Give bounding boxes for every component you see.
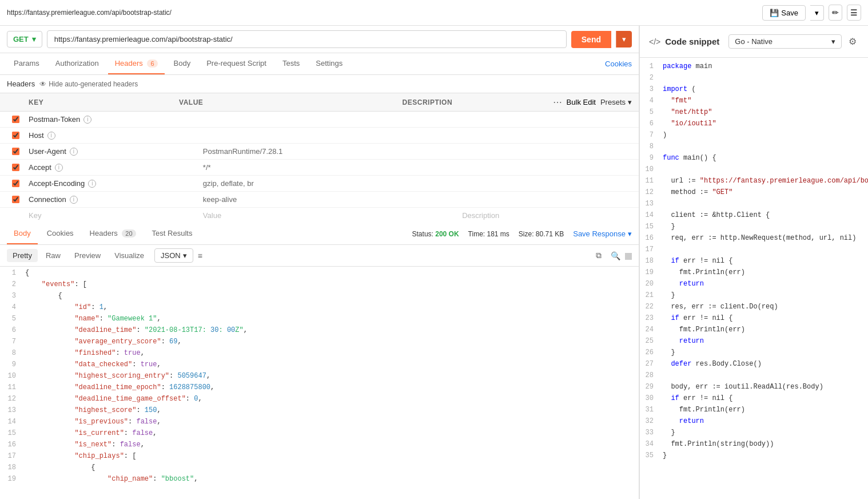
line-number: 12 xyxy=(0,395,23,406)
snippet-line-content: body, err := ioutil.ReadAll(res.Body) xyxy=(660,383,868,394)
row-key-3: Accept i xyxy=(29,163,198,172)
snippet-line-content: func main() { xyxy=(660,154,868,165)
line-content: "name": "Gameweek 1", xyxy=(23,315,639,326)
snippet-header: </> Code snippet Go - Native ▾ ⚙ xyxy=(640,26,868,58)
resp-tab-body[interactable]: Body xyxy=(7,223,38,244)
snippet-line-content xyxy=(660,165,868,177)
eye-icon: 👁 xyxy=(39,80,46,88)
method-select[interactable]: GET ▾ xyxy=(7,31,42,47)
snippet-line-content: "fmt" xyxy=(660,97,868,108)
line-number: 4 xyxy=(0,303,23,315)
snippet-line-content: res, err := client.Do(req) xyxy=(660,303,868,314)
tab-settings[interactable]: Settings xyxy=(309,53,349,74)
tab-params[interactable]: Params xyxy=(7,53,46,74)
settings-gear-button[interactable]: ⚙ xyxy=(846,34,859,49)
info-icon[interactable]: i xyxy=(47,132,55,140)
empty-key-cell[interactable]: Key xyxy=(29,211,198,220)
snippet-line-content: fmt.Println(err) xyxy=(660,326,868,337)
hide-headers-toggle[interactable]: 👁 Hide auto-generated headers xyxy=(39,80,138,88)
snippet-line-number: 12 xyxy=(640,188,660,200)
row-checkbox-0[interactable] xyxy=(7,116,24,123)
response-area: Body Cookies Headers 20 Test Results Sta… xyxy=(0,223,639,499)
tab-body[interactable]: Body xyxy=(167,53,198,74)
json-line: 12 "deadline_time_game_offset": 0, xyxy=(0,395,639,406)
left-panel: GET ▾ Send ▾ Params Authorization Header… xyxy=(0,26,639,499)
snippet-line-content xyxy=(660,371,868,383)
snippet-line: 6 "io/ioutil" xyxy=(640,120,868,131)
line-content: "chip_plays": [ xyxy=(23,452,639,464)
view-tab-preview[interactable]: Preview xyxy=(69,249,106,262)
line-number: 11 xyxy=(0,383,23,395)
url-input[interactable] xyxy=(47,30,567,48)
filter-icon[interactable]: ≡ xyxy=(198,251,202,260)
snippet-line-number: 31 xyxy=(640,406,660,417)
row-checkbox-1[interactable] xyxy=(7,132,24,139)
snippet-line-number: 35 xyxy=(640,452,660,463)
json-line: 11 "deadline_time_epoch": 1628875800, xyxy=(0,383,639,395)
save-button[interactable]: 💾 Save xyxy=(762,5,806,21)
info-icon[interactable]: i xyxy=(83,116,91,124)
row-checkbox-4[interactable] xyxy=(7,180,24,187)
json-line: 15 "is_current": false, xyxy=(0,429,639,441)
line-number: 19 xyxy=(0,475,23,486)
resp-tab-test-results[interactable]: Test Results xyxy=(145,223,200,244)
send-button[interactable]: Send xyxy=(571,31,611,48)
save-dropdown-button[interactable]: ▾ xyxy=(810,5,824,21)
save-response-button[interactable]: Save Response ▾ xyxy=(573,229,632,238)
row-value-5: keep-alive xyxy=(203,195,457,204)
snippet-line: 13 xyxy=(640,200,868,211)
pencil-button[interactable]: ✏ xyxy=(829,5,842,21)
tab-authorization[interactable]: Authorization xyxy=(49,53,106,74)
snippet-line-content: "io/ioutil" xyxy=(660,120,868,131)
resp-tab-headers[interactable]: Headers 20 xyxy=(83,223,143,244)
line-content: "data_checked": true, xyxy=(23,361,639,372)
snippet-line: 14 client := &http.Client { xyxy=(640,211,868,223)
json-line: 3 { xyxy=(0,292,639,303)
snippet-line-number: 4 xyxy=(640,97,660,108)
row-checkbox-5[interactable] xyxy=(7,196,24,203)
send-dropdown-button[interactable]: ▾ xyxy=(616,31,632,47)
snippet-line-number: 32 xyxy=(640,417,660,429)
comment-button[interactable]: ☰ xyxy=(847,5,861,21)
tab-headers[interactable]: Headers 6 xyxy=(108,53,165,74)
view-tab-raw[interactable]: Raw xyxy=(40,249,66,262)
empty-value-cell[interactable]: Value xyxy=(203,211,457,220)
tab-tests[interactable]: Tests xyxy=(276,53,306,74)
info-icon[interactable]: i xyxy=(70,196,78,204)
dots-icon[interactable]: ⋯ xyxy=(553,97,562,108)
snippet-line: 16 req, err := http.NewRequest(method, u… xyxy=(640,234,868,245)
bulk-edit-button[interactable]: Bulk Edit xyxy=(567,98,596,106)
empty-desc-cell[interactable]: Description xyxy=(462,211,632,220)
cookies-link[interactable]: Cookies xyxy=(605,60,632,68)
row-checkbox-2[interactable] xyxy=(7,148,24,155)
json-line: 7 "average_entry_score": 69, xyxy=(0,338,639,349)
snippet-line-content: } xyxy=(660,429,868,440)
resp-tab-cookies[interactable]: Cookies xyxy=(40,223,81,244)
info-icon[interactable]: i xyxy=(88,180,96,188)
format-select[interactable]: JSON ▾ xyxy=(154,248,193,263)
info-icon[interactable]: i xyxy=(70,148,78,156)
json-line: 16 "is_next": false, xyxy=(0,441,639,452)
language-select[interactable]: Go - Native ▾ xyxy=(728,34,842,49)
snippet-line-number: 22 xyxy=(640,303,660,314)
line-number: 2 xyxy=(0,280,23,292)
line-content: "highest_scoring_entry": 5059647, xyxy=(23,372,639,383)
presets-dropdown[interactable]: Presets ▾ xyxy=(600,98,632,106)
row-checkbox-3[interactable] xyxy=(7,164,24,171)
right-panel: </> Code snippet Go - Native ▾ ⚙ 1packag… xyxy=(639,26,868,499)
info-icon[interactable]: i xyxy=(55,164,63,172)
tab-prerequest[interactable]: Pre-request Script xyxy=(200,53,273,74)
row-key-2: User-Agent i xyxy=(29,147,198,156)
view-tab-pretty[interactable]: Pretty xyxy=(7,249,38,262)
copy-icon-button[interactable]: ⧉ xyxy=(594,248,604,263)
search-icon-button[interactable]: 🔍 xyxy=(608,248,623,263)
line-content: { xyxy=(23,269,639,280)
snippet-line: 35} xyxy=(640,452,868,463)
code-snippet-area[interactable]: 1package main23import (4 "fmt"5 "net/htt… xyxy=(640,58,868,499)
snippet-line: 4 "fmt" xyxy=(640,97,868,108)
table-row: Postman-Token i xyxy=(0,112,639,128)
json-body-area[interactable]: 1{2 "events": [3 {4 "id": 1,5 "name": "G… xyxy=(0,267,639,499)
snippet-line-number: 29 xyxy=(640,383,660,394)
view-tab-visualize[interactable]: Visualize xyxy=(109,249,150,262)
snippet-line: 33 } xyxy=(640,429,868,440)
